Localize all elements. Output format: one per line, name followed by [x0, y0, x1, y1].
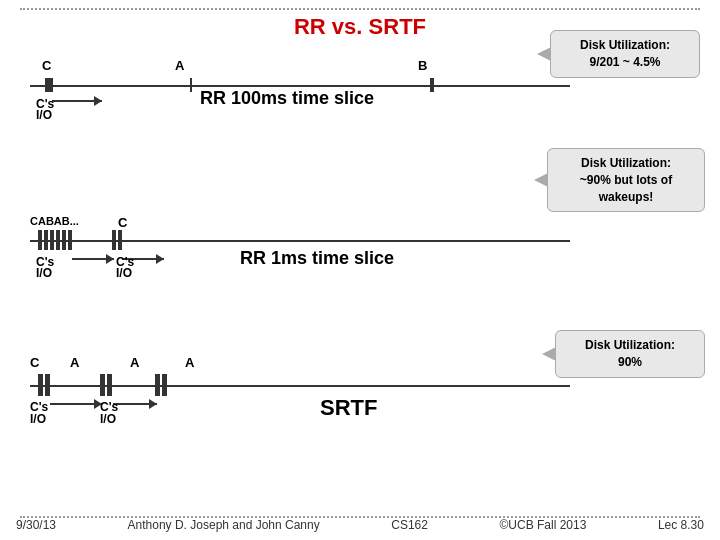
arrow-srtf-io1	[50, 403, 102, 405]
bubble3-line1: Disk Utilization:	[585, 338, 675, 352]
timeline-rr1	[30, 240, 570, 242]
label-a-srtf-2: A	[130, 355, 139, 370]
timeline-rr100	[30, 85, 570, 87]
section2-title: RR 1ms time slice	[240, 248, 394, 269]
proc-block-rr100-2	[46, 78, 52, 92]
bubble-disk-utilization-2: Disk Utilization: ~90% but lots of wakeu…	[547, 148, 705, 212]
bubble-disk-utilization-3: Disk Utilization: 90%	[555, 330, 705, 378]
proc-block-srtf-2	[45, 374, 50, 396]
proc-block-srtf-5	[155, 374, 160, 396]
proc-block-srtf-1	[38, 374, 43, 396]
footer-authors: Anthony D. Joseph and John Canny	[128, 518, 320, 532]
arrow-rr100-io	[52, 100, 102, 102]
footer-lecture: Lec 8.30	[658, 518, 704, 532]
bubble1-line1: Disk Utilization:	[580, 38, 670, 52]
dotted-top-border	[20, 8, 700, 10]
tick-rr100-5	[432, 78, 434, 92]
bubble1-line2: 9/201 ~ 4.5%	[589, 55, 660, 69]
bubble3-line2: 90%	[618, 355, 642, 369]
arrow-srtf-io2	[113, 403, 157, 405]
section3-title: SRTF	[320, 395, 377, 421]
label-b-rr100: B	[418, 58, 427, 73]
proc-block-rr1-8	[118, 230, 122, 250]
io-label-srtf-1: I/O	[30, 412, 46, 426]
proc-block-rr1-7	[112, 230, 116, 250]
footer-date: 9/30/13	[16, 518, 56, 532]
proc-block-rr1-1	[38, 230, 42, 250]
page: RR vs. SRTF Disk Utilization: 9/201 ~ 4.…	[0, 0, 720, 540]
proc-block-srtf-4	[107, 374, 112, 396]
proc-block-rr1-3	[50, 230, 54, 250]
proc-block-rr1-4	[56, 230, 60, 250]
tick-rr100-3	[190, 78, 192, 92]
label-a-srtf-1: A	[70, 355, 79, 370]
proc-block-rr1-5	[62, 230, 66, 250]
section1-title: RR 100ms time slice	[200, 88, 374, 109]
label-c-rr1: C	[118, 215, 127, 230]
label-cabab-rr1: CABAB...	[30, 215, 79, 227]
io-label-rr1-2: I/O	[116, 266, 132, 280]
arrow-rr1-io1	[72, 258, 114, 260]
footer: 9/30/13 Anthony D. Joseph and John Canny…	[0, 518, 720, 532]
io-label-srtf-2: I/O	[100, 412, 116, 426]
label-c-rr100: C	[42, 58, 51, 73]
bubble2-line1: Disk Utilization:	[581, 156, 671, 170]
label-c-srtf: C	[30, 355, 39, 370]
label-a-rr100: A	[175, 58, 184, 73]
proc-block-srtf-3	[100, 374, 105, 396]
footer-course: CS162	[391, 518, 428, 532]
proc-block-rr1-2	[44, 230, 48, 250]
bubble-disk-utilization-1: Disk Utilization: 9/201 ~ 4.5%	[550, 30, 700, 78]
io-label-rr1-1: I/O	[36, 266, 52, 280]
footer-copyright: ©UCB Fall 2013	[499, 518, 586, 532]
io-label-rr100: I/O	[36, 108, 52, 122]
proc-block-srtf-6	[162, 374, 167, 396]
proc-block-rr1-6	[68, 230, 72, 250]
label-a-srtf-3: A	[185, 355, 194, 370]
bubble2-line2: ~90% but lots of	[580, 173, 672, 187]
bubble2-line3: wakeups!	[599, 190, 654, 204]
